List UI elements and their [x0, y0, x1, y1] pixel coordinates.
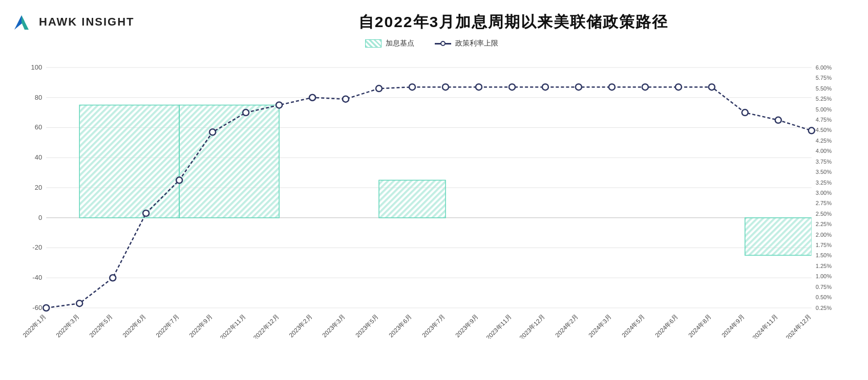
data-point	[409, 84, 415, 90]
header: HAWK INSIGHT 自2022年3月加息周期以来美联储政策路径	[10, 10, 853, 34]
data-point	[209, 129, 216, 135]
data-point	[742, 109, 748, 116]
svg-text:6.00%: 6.00%	[816, 64, 832, 71]
svg-text:4.50%: 4.50%	[816, 127, 832, 133]
legend-line-dash	[435, 43, 451, 44]
data-point	[376, 85, 382, 92]
data-point	[775, 117, 781, 123]
data-point	[243, 109, 249, 116]
svg-text:1.25%: 1.25%	[816, 263, 832, 269]
svg-text:1.00%: 1.00%	[816, 273, 832, 279]
chart-area: 100 80 60 40 20 0 -20 -40 -60 6.00% 5.75…	[10, 52, 853, 339]
svg-marker-1	[22, 15, 29, 30]
data-point	[509, 84, 515, 90]
data-point	[642, 84, 648, 90]
data-point	[309, 95, 315, 101]
data-point	[76, 300, 82, 306]
chart-svg: 100 80 60 40 20 0 -20 -40 -60 6.00% 5.75…	[10, 52, 853, 339]
x-label: 2022年5月	[88, 313, 114, 339]
data-point	[143, 210, 149, 216]
svg-text:1.75%: 1.75%	[816, 242, 832, 248]
svg-text:60: 60	[35, 124, 42, 131]
data-point	[476, 84, 482, 90]
x-label: 2022年7月	[155, 313, 181, 339]
x-label: 2023年5月	[354, 313, 380, 339]
svg-text:0.75%: 0.75%	[816, 284, 832, 290]
svg-text:2.50%: 2.50%	[816, 211, 832, 217]
x-label: 2024年6月	[653, 313, 680, 339]
svg-text:-20: -20	[32, 244, 42, 252]
svg-text:3.50%: 3.50%	[816, 169, 832, 175]
x-label: 2024年8月	[687, 313, 713, 339]
x-label: 2023年3月	[321, 313, 347, 339]
logo: HAWK INSIGHT	[10, 10, 174, 34]
svg-text:0: 0	[38, 214, 42, 221]
svg-text:-60: -60	[32, 304, 42, 311]
x-label: 2024年3月	[587, 313, 613, 339]
svg-text:3.00%: 3.00%	[816, 190, 832, 196]
x-label: 2023年12月	[518, 313, 546, 339]
x-label: 2022年6月	[121, 313, 147, 339]
hawk-logo-icon	[10, 10, 34, 34]
data-point	[343, 96, 349, 102]
svg-text:3.75%: 3.75%	[816, 159, 832, 165]
data-point	[542, 84, 548, 90]
svg-text:0.25%: 0.25%	[816, 305, 832, 311]
x-label: 2024年9月	[720, 313, 746, 339]
x-label: 2023年9月	[454, 313, 480, 339]
svg-text:-40: -40	[32, 274, 42, 281]
data-point	[609, 84, 615, 90]
svg-text:5.75%: 5.75%	[816, 75, 832, 81]
data-point	[576, 84, 582, 90]
x-label: 2023年2月	[288, 313, 314, 339]
svg-text:5.25%: 5.25%	[816, 96, 832, 102]
data-point	[110, 275, 116, 281]
chart-title: 自2022年3月加息周期以来美联储政策路径	[174, 12, 853, 33]
legend-line-label: 政策利率上限	[455, 39, 498, 48]
x-label: 2024年11月	[751, 313, 779, 339]
svg-text:20: 20	[35, 184, 42, 191]
svg-text:2.25%: 2.25%	[816, 221, 832, 227]
data-point	[675, 84, 682, 90]
x-label: 2022年3月	[55, 313, 81, 339]
data-point	[809, 127, 815, 133]
svg-rect-49	[745, 218, 812, 255]
legend-bar-item: 加息基点	[365, 39, 414, 48]
x-label: 2024年12月	[785, 313, 813, 339]
svg-text:0.50%: 0.50%	[816, 294, 832, 300]
svg-rect-46	[79, 105, 179, 217]
logo-text: HAWK INSIGHT	[39, 15, 135, 29]
x-label: 2024年5月	[620, 313, 646, 339]
svg-text:40: 40	[35, 153, 42, 161]
svg-text:4.75%: 4.75%	[816, 117, 832, 123]
x-label: 2024年2月	[554, 313, 580, 339]
data-point	[442, 84, 449, 90]
svg-text:2.75%: 2.75%	[816, 200, 832, 206]
svg-text:100: 100	[31, 63, 42, 71]
x-label: 2022年9月	[188, 313, 214, 339]
x-label: 2023年11月	[485, 313, 513, 339]
data-point	[709, 84, 715, 90]
svg-text:5.50%: 5.50%	[816, 85, 832, 92]
svg-text:1.50%: 1.50%	[816, 253, 832, 259]
svg-text:80: 80	[35, 94, 42, 101]
data-point	[276, 102, 282, 108]
legend-bar-label: 加息基点	[386, 39, 414, 48]
data-point	[176, 177, 182, 183]
legend-line-dot	[440, 41, 446, 46]
x-label: 2023年6月	[388, 313, 414, 339]
svg-rect-48	[379, 180, 446, 217]
x-label: 2023年7月	[421, 313, 447, 339]
main-container: HAWK INSIGHT 自2022年3月加息周期以来美联储政策路径 加息基点 …	[0, 0, 868, 380]
x-label: 2022年12月	[252, 313, 280, 339]
svg-text:2.00%: 2.00%	[816, 232, 832, 238]
x-label: 2022年1月	[22, 313, 48, 339]
legend: 加息基点 政策利率上限	[10, 39, 853, 48]
data-point	[43, 305, 49, 311]
legend-bar-icon	[365, 39, 382, 48]
svg-text:4.25%: 4.25%	[816, 138, 832, 144]
svg-text:3.25%: 3.25%	[816, 180, 832, 186]
x-label: 2022年11月	[219, 313, 247, 339]
svg-text:5.00%: 5.00%	[816, 106, 832, 113]
legend-line-icon	[435, 43, 451, 44]
